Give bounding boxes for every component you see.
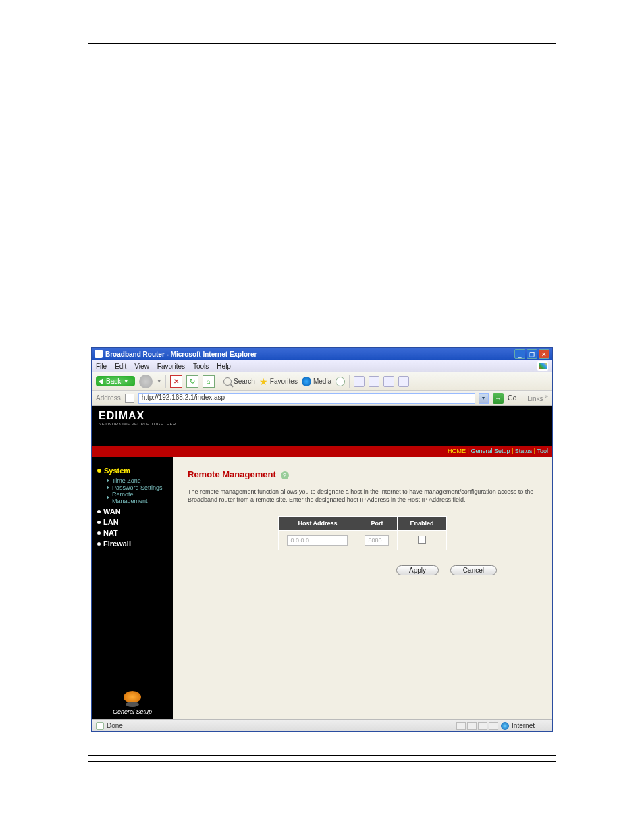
sidebar-label-nat: NAT	[103, 529, 118, 537]
media-label: Media	[313, 377, 331, 385]
sidebar-item-wan[interactable]: WAN	[97, 507, 167, 515]
logo-bar: EDIMAX NETWORKING PEOPLE TOGETHER	[92, 406, 552, 446]
shadow-icon	[126, 702, 139, 707]
window-title: Broadband Router - Microsoft Internet Ex…	[105, 350, 514, 358]
content-area: System Time Zone Password Settings Remot…	[92, 457, 552, 719]
close-button[interactable]: ✕	[539, 349, 549, 359]
page-icon	[125, 394, 134, 403]
star-icon: ★	[259, 376, 268, 387]
status-box	[456, 722, 466, 730]
sidebar-label-remote: Remote Management	[112, 491, 167, 504]
address-input[interactable]: http://192.168.2.1/index.asp	[138, 393, 475, 404]
bullet-icon	[97, 521, 101, 524]
forward-button[interactable]	[139, 375, 153, 388]
page-title: Remote Management	[188, 469, 276, 479]
sidebar-item-system[interactable]: System	[97, 467, 167, 475]
media-icon	[302, 377, 311, 386]
menu-favorites[interactable]: Favorites	[157, 363, 185, 370]
triangle-icon	[107, 486, 109, 490]
sidebar-item-nat[interactable]: NAT	[97, 529, 167, 537]
sidebar-label-password: Password Settings	[112, 484, 163, 491]
nav-home[interactable]: HOME	[448, 448, 466, 454]
forward-dropdown-icon[interactable]: ▼	[157, 379, 161, 384]
back-button[interactable]: Back ▼	[96, 376, 135, 386]
stop-button[interactable]: ✕	[170, 375, 182, 388]
top-nav-bar: HOME | General Setup | Status | Tool	[92, 446, 552, 457]
media-button[interactable]: Media	[302, 377, 331, 386]
sidebar-label-lan: LAN	[103, 518, 119, 526]
print-button[interactable]	[369, 376, 379, 387]
rule-bottom-1	[88, 755, 556, 756]
sidebar-item-time-zone[interactable]: Time Zone	[107, 477, 167, 484]
bullet-icon	[97, 542, 101, 546]
rule-bottom-double	[88, 760, 556, 762]
address-dropdown-icon[interactable]: ▾	[479, 393, 489, 404]
search-button[interactable]: Search	[223, 377, 255, 386]
edit-button[interactable]	[383, 376, 394, 387]
general-setup-label: General Setup	[92, 708, 173, 715]
discuss-button[interactable]	[398, 376, 409, 387]
menu-bar: File Edit View Favorites Tools Help	[92, 360, 552, 372]
col-header-port: Port	[356, 517, 398, 531]
rule-top-2	[88, 47, 556, 47]
host-address-input[interactable]	[287, 535, 348, 546]
dot-icon	[97, 469, 101, 473]
nav-status[interactable]: Status	[515, 448, 533, 454]
toolbar-separator-3	[349, 375, 350, 388]
browser-window: Broadband Router - Microsoft Internet Ex…	[91, 347, 553, 732]
back-label: Back	[106, 377, 121, 385]
done-icon	[96, 722, 104, 730]
history-button[interactable]	[336, 377, 345, 386]
ie-icon	[95, 350, 103, 358]
home-button[interactable]: ⌂	[203, 375, 215, 388]
bullet-icon	[97, 531, 101, 535]
apply-button[interactable]: Apply	[396, 565, 439, 575]
internet-zone-icon	[501, 722, 509, 730]
cancel-button[interactable]: Cancel	[450, 565, 497, 575]
general-setup-badge: General Setup	[92, 691, 173, 715]
window-titlebar: Broadband Router - Microsoft Internet Ex…	[92, 348, 552, 360]
port-input[interactable]	[365, 535, 389, 546]
nav-general-setup[interactable]: General Setup	[471, 448, 510, 454]
status-boxes	[456, 722, 498, 730]
enabled-checkbox[interactable]	[418, 536, 426, 544]
bullet-icon	[97, 510, 101, 513]
nav-tool[interactable]: Tool	[537, 448, 548, 454]
main-panel: Remote Management ? The remote managemen…	[173, 457, 552, 719]
remote-management-table: Host Address Port Enabled	[278, 516, 446, 550]
maximize-button[interactable]: ❐	[527, 349, 537, 359]
status-box	[478, 722, 487, 730]
back-dropdown-icon[interactable]: ▼	[124, 379, 128, 384]
sidebar-item-remote-management[interactable]: Remote Management	[107, 491, 167, 504]
menu-edit[interactable]: Edit	[115, 363, 126, 370]
sidebar-item-password[interactable]: Password Settings	[107, 484, 167, 491]
menu-tools[interactable]: Tools	[193, 363, 209, 370]
blank-space-2	[88, 732, 556, 752]
toolbar: Back ▼ ▼ ✕ ↻ ⌂ Search ★Favorites Media	[92, 372, 552, 391]
links-label[interactable]: Links »	[527, 393, 548, 402]
col-header-enabled: Enabled	[398, 517, 446, 531]
mail-button[interactable]	[354, 376, 365, 387]
router-header: EDIMAX NETWORKING PEOPLE TOGETHER HOME |…	[92, 406, 552, 457]
col-header-host: Host Address	[279, 517, 356, 531]
refresh-button[interactable]: ↻	[186, 375, 198, 388]
sidebar-item-lan[interactable]: LAN	[97, 518, 167, 526]
sidebar-item-firewall[interactable]: Firewall	[97, 540, 167, 548]
sidebar-label-timezone: Time Zone	[112, 477, 141, 484]
menu-view[interactable]: View	[134, 363, 149, 370]
menu-help[interactable]: Help	[217, 363, 231, 370]
status-bar: Done Internet	[92, 719, 552, 731]
sidebar-label-system: System	[104, 467, 130, 475]
back-arrow-icon	[99, 378, 103, 385]
search-icon	[223, 377, 232, 386]
sidebar: System Time Zone Password Settings Remot…	[92, 457, 173, 719]
go-label: Go	[508, 394, 516, 402]
minimize-button[interactable]: _	[514, 349, 525, 359]
menu-file[interactable]: File	[96, 363, 107, 370]
favorites-button[interactable]: ★Favorites	[259, 376, 298, 387]
go-button[interactable]: →	[493, 393, 504, 404]
help-icon[interactable]: ?	[281, 471, 289, 479]
page-description: The remote management function allows yo…	[188, 488, 537, 504]
button-row: Apply Cancel	[188, 565, 537, 575]
sidebar-label-firewall: Firewall	[103, 540, 131, 548]
